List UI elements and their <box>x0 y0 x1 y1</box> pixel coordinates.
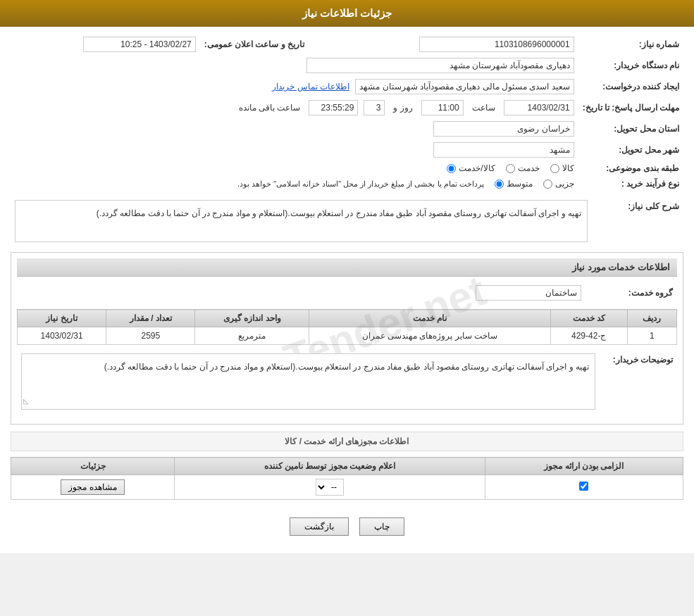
response-days-value: 3 <box>364 100 385 115</box>
purchase-type-motavaset-radio[interactable] <box>495 180 504 189</box>
time-label: ساعت <box>472 103 495 113</box>
category-kala-khadamat-label: کالا/خدمت <box>459 163 495 173</box>
purchase-type-motavaset-option[interactable]: متوسط <box>495 179 533 189</box>
purchase-type-jozyi-label: جزیی <box>555 179 574 189</box>
permissions-row: -- مشاهده مجوز <box>11 475 683 500</box>
purchase-type-motavaset-label: متوسط <box>507 179 533 189</box>
button-row: چاپ بازگشت <box>11 507 683 546</box>
back-button[interactable]: بازگشت <box>290 517 349 536</box>
category-kala-label: کالا <box>562 163 574 173</box>
permissions-table: الزامی بودن ارائه مجوز اعلام وضعیت مجوز … <box>11 457 683 500</box>
delivery-province-label: استان محل تحویل: <box>578 118 683 139</box>
general-desc-value: تهیه و اجرای آسفالت تهاتری روستای مقصود … <box>15 200 588 242</box>
perm-col-details: جزئیات <box>11 458 175 475</box>
general-desc-section: شرح کلی نیاز: تهیه و اجرای آسفالت تهاتری… <box>11 197 683 245</box>
cell-quantity: 2595 <box>106 327 195 345</box>
need-number-label: شماره نیاز: <box>578 34 683 55</box>
created-by-value: سعید اسدی مسئول مالی دهیاری مقصودآباد شه… <box>355 79 574 94</box>
permissions-section: اطلاعات مجوزهای ارائه خدمت / کالا الزامی… <box>11 432 683 500</box>
header-title: جزئیات اطلاعات نیاز <box>302 7 392 19</box>
service-group-label: گروه خدمت: <box>585 282 677 303</box>
buyer-comments-label: توضیحات خریدار: <box>600 351 677 413</box>
time-remaining-label: ساعت باقی مانده <box>239 103 301 113</box>
contact-link[interactable]: اطلاعات تماس خریدار <box>272 82 349 92</box>
buyer-org-value: دهیاری مقصودآباد شهرستان مشهد <box>306 58 574 73</box>
category-label: طبقه بندی موضوعی: <box>578 161 683 176</box>
perm-supplier-status-cell: -- <box>175 475 485 500</box>
service-group-value: ساختمان <box>476 285 581 301</box>
buyer-comments-value: تهیه و اجرای آسفالت تهاتری روستای مقصود … <box>21 353 595 410</box>
col-row-num: ردیف <box>627 310 676 327</box>
main-info-table: شماره نیاز: 1103108696000001 تاریخ و ساع… <box>11 34 683 191</box>
col-quantity: تعداد / مقدار <box>106 310 195 327</box>
page-header: جزئیات اطلاعات نیاز <box>0 0 694 27</box>
col-service-name: نام خدمت <box>309 310 550 327</box>
print-button[interactable]: چاپ <box>359 517 404 536</box>
need-number-value: 1103108696000001 <box>419 37 574 52</box>
services-table: ردیف کد خدمت نام خدمت واحد اندازه گیری ت… <box>17 309 677 345</box>
created-by-label: ایجاد کننده درخواست: <box>578 76 683 97</box>
category-kala-radio[interactable] <box>550 164 559 173</box>
col-date: تاریخ نیاز <box>18 310 106 327</box>
cell-service-code: ج-42-429 <box>550 327 627 345</box>
buyer-org-label: نام دستگاه خریدار: <box>578 55 683 76</box>
purchase-type-description: پرداخت تمام یا بخشی از مبلغ خریدار از مح… <box>237 180 484 189</box>
delivery-city-value: مشهد <box>433 142 574 158</box>
category-kala-khadamat-radio[interactable] <box>447 164 456 173</box>
perm-details-cell: مشاهده مجوز <box>11 475 175 500</box>
col-unit: واحد اندازه گیری <box>195 310 309 327</box>
cell-unit: مترمربع <box>195 327 309 345</box>
cell-date: 1403/02/31 <box>18 327 106 345</box>
cell-row-num: 1 <box>627 327 676 345</box>
services-section: AltaTender.net اطلاعات خدمات مورد نیاز گ… <box>11 252 683 425</box>
permissions-divider: اطلاعات مجوزهای ارائه خدمت / کالا <box>11 432 683 451</box>
service-group-table: گروه خدمت: ساختمان <box>17 282 677 303</box>
purchase-type-label: نوع فرآیند خرید : <box>578 176 683 191</box>
delivery-province-value: خراسان رضوی <box>433 121 574 137</box>
buyer-comments-table: توضیحات خریدار: تهیه و اجرای آسفالت تهات… <box>17 351 677 413</box>
response-time-value: 11:00 <box>421 100 464 115</box>
cell-service-name: ساخت سایر پروژه‌های مهندسی عمران <box>309 327 550 345</box>
table-row: 1 ج-42-429 ساخت سایر پروژه‌های مهندسی عم… <box>18 327 677 345</box>
category-radio-group: کالا خدمت کالا/خدمت <box>447 163 574 173</box>
perm-required-cell <box>485 475 683 500</box>
response-date-value: 1403/02/31 <box>504 100 574 115</box>
category-khadamat-option[interactable]: خدمت <box>506 163 540 173</box>
perm-col-supplier-status: اعلام وضعیت مجوز توسط نامین کننده <box>175 458 485 475</box>
delivery-city-label: شهر محل تحویل: <box>578 139 683 161</box>
col-service-code: کد خدمت <box>550 310 627 327</box>
view-permit-button[interactable]: مشاهده مجوز <box>61 479 124 495</box>
category-kala-option[interactable]: کالا <box>550 163 574 173</box>
perm-supplier-status-select[interactable]: -- <box>316 479 344 496</box>
category-kala-khadamat-option[interactable]: کالا/خدمت <box>447 163 495 173</box>
response-deadline-label: مهلت ارسال پاسخ: تا تاریخ: <box>578 97 683 118</box>
perm-required-checkbox[interactable] <box>579 482 588 491</box>
general-desc-label: شرح کلی نیاز: <box>592 197 683 245</box>
announce-date-value: 1403/02/27 - 10:25 <box>83 37 196 52</box>
days-label: روز و <box>393 103 412 113</box>
perm-col-required: الزامی بودن ارائه مجوز <box>485 458 683 475</box>
announce-date-label: تاریخ و ساعت اعلان عمومی: <box>200 34 309 55</box>
general-desc-table: شرح کلی نیاز: تهیه و اجرای آسفالت تهاتری… <box>11 197 683 245</box>
services-title: اطلاعات خدمات مورد نیاز <box>17 258 677 277</box>
purchase-type-jozyi-radio[interactable] <box>543 180 552 189</box>
response-time-remaining: 23:55:29 <box>309 100 358 115</box>
purchase-type-jozyi-option[interactable]: جزیی <box>543 179 574 189</box>
category-khadamat-label: خدمت <box>518 163 540 173</box>
category-khadamat-radio[interactable] <box>506 164 515 173</box>
